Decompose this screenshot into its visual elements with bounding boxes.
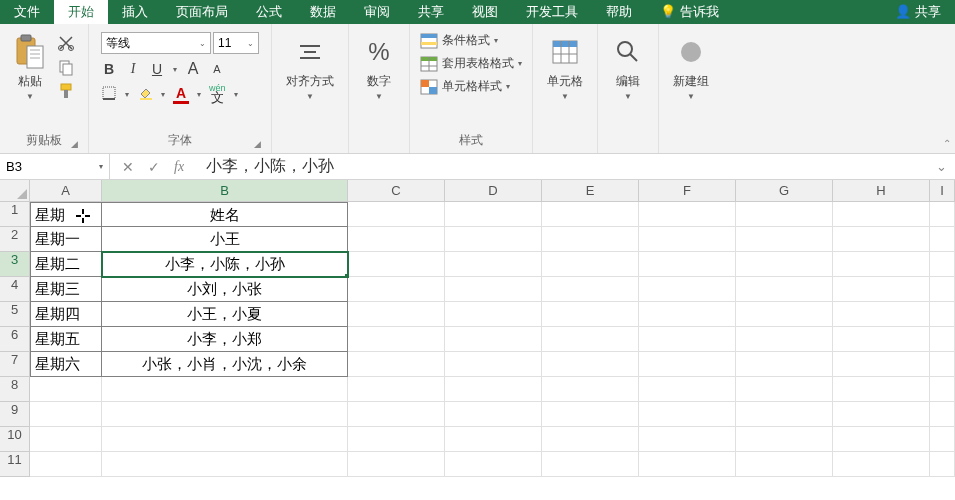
cell[interactable] <box>736 452 833 477</box>
expand-formula-icon[interactable]: ⌄ <box>928 159 955 174</box>
tab-layout[interactable]: 页面布局 <box>162 0 242 24</box>
name-box[interactable]: B3▾ <box>0 154 110 179</box>
col-header[interactable]: I <box>930 180 955 202</box>
cell[interactable] <box>736 427 833 452</box>
cell[interactable] <box>445 402 542 427</box>
cell[interactable] <box>445 377 542 402</box>
formula-input[interactable]: 小李，小陈，小孙 <box>196 156 928 177</box>
cell[interactable]: 星期 <box>30 202 102 227</box>
tab-help[interactable]: 帮助 <box>592 0 646 24</box>
cell[interactable] <box>833 402 930 427</box>
cell[interactable] <box>930 452 955 477</box>
cell[interactable] <box>833 377 930 402</box>
newgrp-button[interactable]: 新建组▼ <box>667 28 715 108</box>
cell[interactable] <box>833 302 930 327</box>
cell[interactable] <box>930 402 955 427</box>
shrink-font-button[interactable]: A <box>209 63 225 75</box>
cell[interactable] <box>833 202 930 227</box>
cell[interactable] <box>348 227 445 252</box>
grow-font-button[interactable]: A <box>185 60 201 78</box>
cell[interactable] <box>930 427 955 452</box>
cell[interactable]: 星期五 <box>30 327 102 352</box>
cell[interactable] <box>736 402 833 427</box>
cell[interactable] <box>639 227 736 252</box>
cut-icon[interactable] <box>56 34 76 52</box>
col-header[interactable]: F <box>639 180 736 202</box>
row-header[interactable]: 9 <box>0 402 30 427</box>
italic-button[interactable]: I <box>125 61 141 77</box>
cell[interactable] <box>445 227 542 252</box>
cell[interactable] <box>30 427 102 452</box>
cell[interactable] <box>542 252 639 277</box>
cell[interactable] <box>542 327 639 352</box>
cell[interactable] <box>30 452 102 477</box>
tab-insert[interactable]: 插入 <box>108 0 162 24</box>
cell[interactable] <box>639 277 736 302</box>
cell[interactable] <box>445 302 542 327</box>
cell[interactable]: 姓名 <box>102 202 348 227</box>
cell[interactable] <box>348 352 445 377</box>
row-header[interactable]: 8 <box>0 377 30 402</box>
cell[interactable] <box>930 252 955 277</box>
tab-home[interactable]: 开始 <box>54 0 108 24</box>
cell[interactable] <box>542 202 639 227</box>
cell[interactable] <box>348 202 445 227</box>
cell[interactable] <box>736 202 833 227</box>
cell[interactable] <box>736 277 833 302</box>
cell[interactable] <box>542 277 639 302</box>
format-painter-icon[interactable] <box>56 82 76 100</box>
cell[interactable] <box>348 252 445 277</box>
cell[interactable] <box>542 227 639 252</box>
cell[interactable]: 小李，小郑 <box>102 327 348 352</box>
row-header[interactable]: 5 <box>0 302 30 327</box>
row-header[interactable]: 2 <box>0 227 30 252</box>
align-button[interactable]: 对齐方式▼ <box>280 28 340 108</box>
row-header[interactable]: 11 <box>0 452 30 477</box>
cell[interactable] <box>348 277 445 302</box>
cell[interactable]: 小刘，小张 <box>102 277 348 302</box>
row-header[interactable]: 1 <box>0 202 30 227</box>
accept-formula-icon[interactable]: ✓ <box>148 159 160 175</box>
conditional-format-button[interactable]: 条件格式 ▾ <box>420 32 522 49</box>
cell[interactable] <box>639 377 736 402</box>
cell[interactable] <box>542 352 639 377</box>
cell[interactable] <box>445 252 542 277</box>
cell-selected[interactable]: 小李，小陈，小孙 <box>102 252 348 277</box>
cell[interactable] <box>542 452 639 477</box>
table-format-button[interactable]: 套用表格格式 ▾ <box>420 55 522 72</box>
cell[interactable] <box>639 327 736 352</box>
cell[interactable] <box>639 302 736 327</box>
cell[interactable] <box>833 277 930 302</box>
col-header[interactable]: G <box>736 180 833 202</box>
cell[interactable] <box>833 427 930 452</box>
cell[interactable]: 星期二 <box>30 252 102 277</box>
cell[interactable] <box>639 352 736 377</box>
bold-button[interactable]: B <box>101 61 117 77</box>
col-header[interactable]: C <box>348 180 445 202</box>
cell[interactable] <box>833 327 930 352</box>
fill-color-button[interactable] <box>137 86 153 103</box>
cell[interactable] <box>102 377 348 402</box>
cell[interactable] <box>639 402 736 427</box>
cell[interactable] <box>102 402 348 427</box>
cell[interactable] <box>348 452 445 477</box>
tab-dev[interactable]: 开发工具 <box>512 0 592 24</box>
phonetic-button[interactable]: wén文 <box>209 84 226 104</box>
col-header[interactable]: B <box>102 180 348 202</box>
row-header[interactable]: 3 <box>0 252 30 277</box>
cell[interactable] <box>639 252 736 277</box>
edit-button[interactable]: 编辑▼ <box>606 28 650 108</box>
cell[interactable] <box>930 302 955 327</box>
cancel-formula-icon[interactable]: ✕ <box>122 159 134 175</box>
cell[interactable]: 星期六 <box>30 352 102 377</box>
cell[interactable] <box>102 452 348 477</box>
collapse-ribbon-icon[interactable]: ⌃ <box>943 138 951 149</box>
cell[interactable] <box>833 252 930 277</box>
clipboard-launcher[interactable]: ◢ <box>71 139 78 149</box>
row-header[interactable]: 10 <box>0 427 30 452</box>
cell[interactable] <box>348 427 445 452</box>
cell[interactable]: 小王 <box>102 227 348 252</box>
cell[interactable] <box>30 377 102 402</box>
cell-style-button[interactable]: 单元格样式 ▾ <box>420 78 522 95</box>
share-button[interactable]: 👤 共享 <box>881 0 955 24</box>
